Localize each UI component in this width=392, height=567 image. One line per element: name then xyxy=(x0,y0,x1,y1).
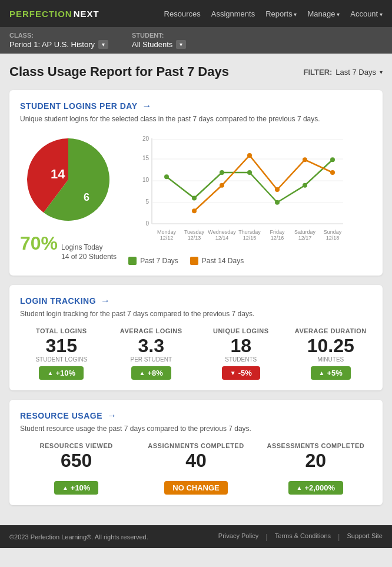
assignments-completed-name: ASSIGNMENTS COMPLETED xyxy=(148,442,244,449)
logo-next: NEXT xyxy=(74,9,99,19)
tracking-stat-grid: TOTAL LOGINS 315 STUDENT LOGINS +10% AVE… xyxy=(20,327,372,380)
avg-logins-name: AVERAGE LOGINS xyxy=(120,327,182,334)
logins-description: Unique student logins for the selected c… xyxy=(20,115,372,123)
percent-row: 70% Logins Today 14 of 20 Students xyxy=(20,233,117,261)
svg-point-22 xyxy=(275,187,280,192)
avg-duration-sub: MINUTES xyxy=(317,356,344,363)
assessments-completed-number: 20 xyxy=(305,450,327,471)
svg-point-12 xyxy=(164,174,169,179)
resource-section-header: RESOURCE USAGE → xyxy=(20,410,372,421)
unique-logins-number: 18 xyxy=(230,336,251,356)
pie-red-label: 6 xyxy=(84,191,89,204)
student-logins-card: STUDENT LOGINS PER DAY → Unique student … xyxy=(9,90,383,276)
svg-text:12/13: 12/13 xyxy=(188,235,201,241)
logins-section-header: STUDENT LOGINS PER DAY → xyxy=(20,101,372,111)
svg-point-20 xyxy=(220,183,224,188)
svg-text:Thursday: Thursday xyxy=(238,229,261,235)
nav-resources[interactable]: Resources xyxy=(164,9,201,18)
legend-past7-dot xyxy=(128,257,137,265)
chart-legend: Past 7 Days Past 14 Days xyxy=(128,257,372,265)
class-dropdown[interactable]: ▾ xyxy=(98,40,108,49)
svg-text:20: 20 xyxy=(142,135,150,142)
svg-text:Wednesday: Wednesday xyxy=(208,229,236,235)
svg-point-14 xyxy=(220,170,224,175)
main-content: Class Usage Report for Past 7 Days FILTE… xyxy=(0,54,392,525)
footer: ©2023 Perfection Learning®. All rights r… xyxy=(0,525,392,548)
svg-text:12/16: 12/16 xyxy=(271,235,284,241)
stat-resources-viewed: RESOURCES VIEWED 650 +10% xyxy=(20,442,132,495)
stat-unique-logins: UNIQUE LOGINS 18 STUDENTS -5% xyxy=(200,327,283,380)
svg-point-16 xyxy=(275,200,280,205)
footer-links: Privacy Policy | Terms & Conditions | Su… xyxy=(218,532,383,541)
avg-duration-badge: +5% xyxy=(311,366,351,380)
avg-logins-badge: +8% xyxy=(131,366,171,380)
filter-label: FILTER: xyxy=(303,68,332,77)
footer-support[interactable]: Support Site xyxy=(347,532,383,541)
student-value-row: All Students ▾ xyxy=(132,40,186,49)
filter-dropdown-icon[interactable]: ▾ xyxy=(380,69,383,75)
unique-logins-name: UNIQUE LOGINS xyxy=(213,327,269,334)
stat-total-logins: TOTAL LOGINS 315 STUDENT LOGINS +10% xyxy=(20,327,103,380)
legend-past14: Past 14 Days xyxy=(190,257,244,265)
svg-point-13 xyxy=(192,196,197,201)
total-logins-sub: STUDENT LOGINS xyxy=(35,356,87,363)
tracking-description: Student login tracking for the past 7 da… xyxy=(20,310,372,318)
student-dropdown[interactable]: ▾ xyxy=(176,40,186,49)
assignments-completed-sub xyxy=(195,471,197,478)
stat-assignments-completed: ASSIGNMENTS COMPLETED 40 NO CHANGE xyxy=(139,442,252,495)
legend-past7: Past 7 Days xyxy=(128,257,178,265)
svg-point-18 xyxy=(330,157,335,162)
student-selector-group: STUDENT: All Students ▾ xyxy=(132,32,186,49)
svg-point-21 xyxy=(247,153,252,158)
avg-duration-name: AVERAGE DURATION xyxy=(295,327,367,334)
svg-point-24 xyxy=(330,170,335,175)
logins-arrow-icon[interactable]: → xyxy=(142,101,152,111)
logins-title: STUDENT LOGINS PER DAY xyxy=(20,101,138,111)
total-logins-number: 315 xyxy=(46,336,77,356)
unique-logins-badge: -5% xyxy=(222,366,260,380)
filter-value: Last 7 Days xyxy=(335,68,376,77)
assessments-completed-sub xyxy=(315,471,317,478)
svg-text:Tuesday: Tuesday xyxy=(184,229,205,235)
svg-text:5: 5 xyxy=(146,198,150,205)
footer-sep-1: | xyxy=(265,532,267,541)
resource-description: Student resource usage the past 7 days c… xyxy=(20,425,372,433)
footer-privacy[interactable]: Privacy Policy xyxy=(218,532,258,541)
nav-manage[interactable]: Manage xyxy=(307,9,340,18)
svg-point-19 xyxy=(192,208,197,213)
total-logins-badge: +10% xyxy=(39,366,84,380)
assignments-completed-badge: NO CHANGE xyxy=(164,481,227,495)
class-value-row: Period 1: AP U.S. History ▾ xyxy=(9,40,108,49)
tracking-section-header: LOGIN TRACKING → xyxy=(20,296,372,306)
line-chart-side: 0 5 10 15 20 xyxy=(128,132,372,265)
class-value: Period 1: AP U.S. History xyxy=(9,40,95,49)
student-value: All Students xyxy=(132,40,172,49)
unique-logins-sub: STUDENTS xyxy=(225,356,257,363)
login-tracking-card: LOGIN TRACKING → Student login tracking … xyxy=(9,285,383,390)
pie-chart: 14 6 xyxy=(21,132,115,227)
class-label: CLASS: xyxy=(9,32,108,39)
logo-perfection: PERFECTION xyxy=(9,9,72,19)
svg-text:Monday: Monday xyxy=(157,229,177,235)
assessments-completed-badge: +2,000% xyxy=(288,481,344,495)
page-title: Class Usage Report for Past 7 Days xyxy=(9,64,229,79)
logins-today-sub: 14 of 20 Students xyxy=(61,253,117,261)
logins-today-label: Logins Today 14 of 20 Students xyxy=(61,243,117,261)
svg-text:12/18: 12/18 xyxy=(326,235,340,241)
svg-text:Saturday: Saturday xyxy=(294,229,316,235)
footer-terms[interactable]: Terms & Conditions xyxy=(275,532,331,541)
nav-reports[interactable]: Reports xyxy=(265,9,297,18)
nav-account[interactable]: Account xyxy=(350,9,383,18)
footer-sep-2: | xyxy=(338,532,340,541)
assessments-completed-name: ASSESSMENTS COMPLETED xyxy=(267,442,364,449)
logins-percent: 70% xyxy=(20,233,58,254)
assignments-completed-number: 40 xyxy=(185,450,207,471)
nav-assignments[interactable]: Assignments xyxy=(211,9,255,18)
class-bar: CLASS: Period 1: AP U.S. History ▾ STUDE… xyxy=(0,27,392,54)
resources-viewed-name: RESOURCES VIEWED xyxy=(40,442,113,449)
nav-links: Resources Assignments Reports Manage Acc… xyxy=(164,9,383,18)
tracking-arrow-icon[interactable]: → xyxy=(101,296,110,306)
resource-arrow-icon[interactable]: → xyxy=(107,410,117,421)
resources-viewed-number: 650 xyxy=(61,450,92,471)
stat-avg-logins: AVERAGE LOGINS 3.3 PER STUDENT +8% xyxy=(110,327,193,380)
